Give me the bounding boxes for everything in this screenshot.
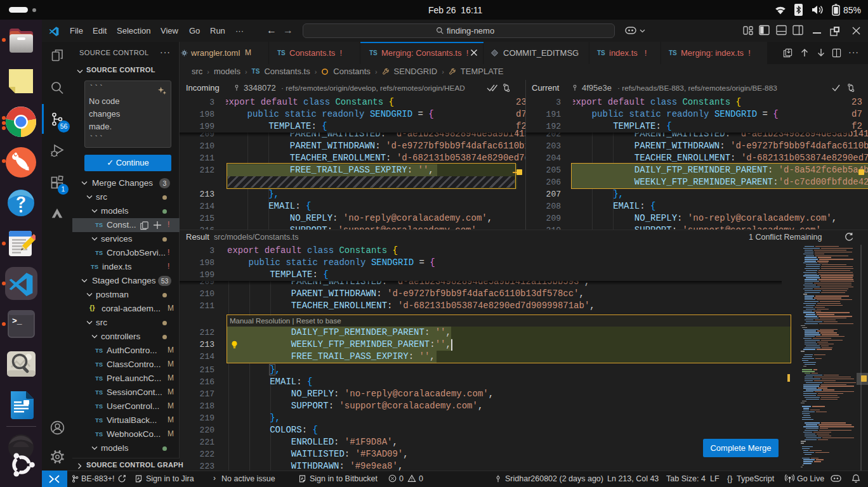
svg-text:?: ? bbox=[16, 193, 26, 212]
svg-text:>_: >_ bbox=[12, 316, 22, 326]
